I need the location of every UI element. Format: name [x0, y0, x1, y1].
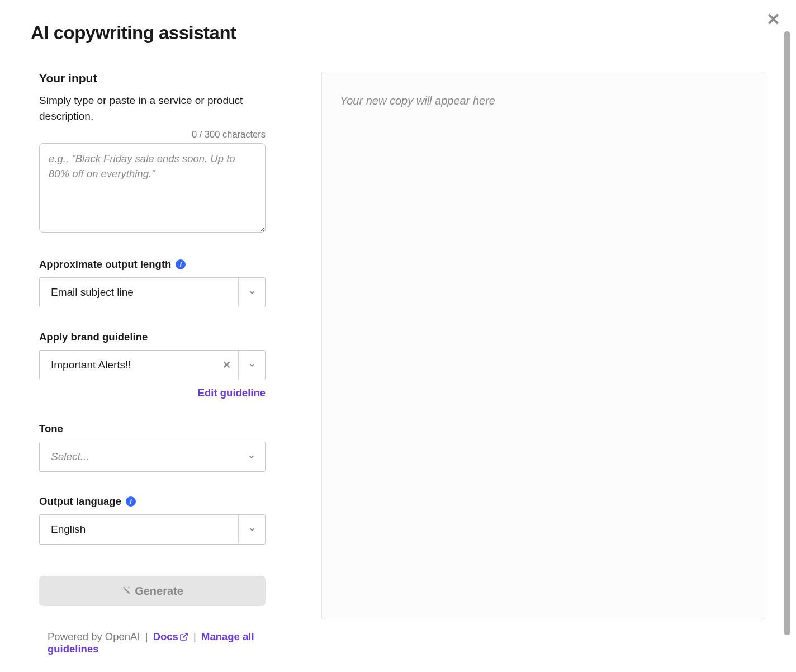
external-link-icon	[179, 632, 188, 641]
input-description: Simply type or paste in a service or pro…	[39, 93, 266, 124]
chevron-down-icon[interactable]	[238, 278, 265, 307]
clear-icon[interactable]: ✕	[215, 351, 238, 380]
wand-icon	[121, 585, 132, 597]
length-label-text: Approximate output length	[39, 258, 171, 271]
language-field: Output language i English	[39, 495, 266, 545]
tone-select-placeholder: Select...	[40, 442, 238, 471]
generate-button[interactable]: Generate	[39, 576, 266, 606]
modal: ✕ AI copywriting assistant Your input Si…	[0, 0, 796, 672]
svg-line-0	[183, 633, 187, 637]
chevron-down-icon[interactable]	[238, 515, 265, 544]
right-column: Your new copy will appear here	[321, 72, 765, 655]
language-label: Output language i	[39, 495, 266, 508]
chevron-down-icon[interactable]	[238, 351, 265, 380]
output-placeholder: Your new copy will appear here	[340, 94, 747, 107]
output-panel: Your new copy will appear here	[321, 72, 765, 619]
length-label: Approximate output length i	[39, 258, 266, 271]
language-select[interactable]: English	[39, 514, 266, 545]
separator: |	[193, 631, 196, 642]
tone-field: Tone Select...	[39, 423, 266, 472]
content: Your input Simply type or paste in a ser…	[31, 72, 765, 655]
brand-field: Apply brand guideline Important Alerts!!…	[39, 331, 266, 399]
language-select-value: English	[40, 515, 238, 544]
info-icon[interactable]: i	[126, 496, 136, 507]
tone-select[interactable]: Select...	[39, 442, 266, 472]
length-select-value: Email subject line	[40, 278, 238, 307]
edit-guideline-link[interactable]: Edit guideline	[39, 387, 266, 399]
footer: Powered by OpenAI | Docs | Manage all gu…	[48, 631, 266, 655]
brand-select-value: Important Alerts!!	[40, 351, 215, 380]
brand-select[interactable]: Important Alerts!! ✕	[39, 350, 266, 380]
language-label-text: Output language	[39, 495, 121, 508]
scrollbar[interactable]	[784, 31, 790, 635]
powered-by: Powered by OpenAI	[48, 631, 140, 642]
chevron-down-icon[interactable]	[238, 442, 265, 471]
page-title: AI copywriting assistant	[31, 22, 765, 44]
separator: |	[145, 631, 148, 642]
char-counter: 0 / 300 characters	[39, 129, 266, 140]
info-icon[interactable]: i	[176, 259, 186, 269]
brand-label-text: Apply brand guideline	[39, 331, 148, 343]
tone-label-text: Tone	[39, 423, 63, 435]
close-icon[interactable]: ✕	[766, 11, 780, 28]
docs-link[interactable]: Docs	[153, 631, 188, 642]
left-column: Your input Simply type or paste in a ser…	[39, 72, 266, 655]
length-select[interactable]: Email subject line	[39, 277, 266, 307]
input-textarea[interactable]	[39, 143, 266, 233]
brand-label: Apply brand guideline	[39, 331, 266, 343]
length-field: Approximate output length i Email subjec…	[39, 258, 266, 307]
generate-label: Generate	[135, 585, 183, 598]
tone-label: Tone	[39, 423, 266, 435]
input-heading: Your input	[39, 72, 266, 85]
